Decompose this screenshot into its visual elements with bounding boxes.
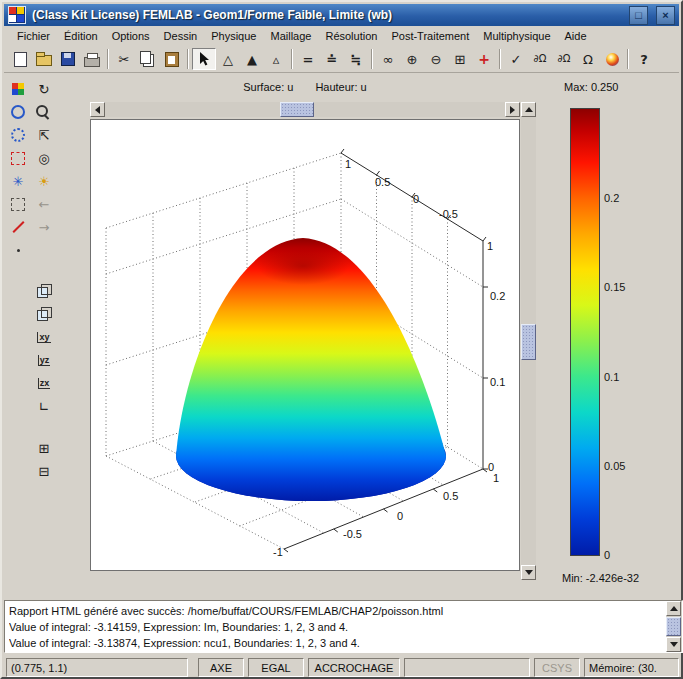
- mesh-refine-button[interactable]: ▲: [240, 48, 264, 70]
- status-axis-toggle[interactable]: AXE: [198, 658, 244, 677]
- line-tool-button[interactable]: [7, 216, 29, 238]
- paste-icon: [165, 52, 179, 67]
- down-arrow-icon: [670, 642, 678, 647]
- mesh-initialize-button[interactable]: △: [216, 48, 240, 70]
- view-3d-button[interactable]: [33, 280, 55, 302]
- selection-tool-button[interactable]: [7, 193, 29, 215]
- rectangle-tool-button[interactable]: [7, 147, 29, 169]
- view-xy-button[interactable]: xy: [33, 326, 55, 348]
- colorbar-tick: 0.1: [604, 371, 619, 383]
- rectangle-icon: [11, 152, 25, 165]
- view-3d-box-button[interactable]: [33, 303, 55, 325]
- log-line: Value of integral: -3.13874, Expression:…: [9, 635, 664, 651]
- point-star-tool-button[interactable]: ✳: [7, 170, 29, 192]
- message-log[interactable]: Rapport HTML généré avec succès: /home/b…: [4, 600, 683, 653]
- csys-label: CSYS: [542, 662, 572, 674]
- pan-rotate-button[interactable]: +: [472, 48, 496, 70]
- menu-aide[interactable]: Aide: [558, 28, 594, 44]
- dotted-ellipse-tool-button[interactable]: [7, 124, 29, 146]
- log-scroll-up-button[interactable]: [666, 601, 681, 616]
- cut-button[interactable]: ✂: [112, 48, 136, 70]
- scroll-up-button[interactable]: [521, 102, 536, 117]
- zoom-out-button[interactable]: ⊖: [424, 48, 448, 70]
- help-button[interactable]: ?: [632, 48, 656, 70]
- forward-arrow-icon: →: [39, 221, 50, 234]
- mesh-refine-icon: ▲: [247, 53, 257, 66]
- zoom-window-button[interactable]: ⊞: [448, 48, 472, 70]
- headlight-button[interactable]: ☀: [33, 170, 55, 192]
- log-scrollbar[interactable]: [666, 601, 682, 652]
- view-zx-button[interactable]: zx: [33, 372, 55, 394]
- save-button[interactable]: [56, 48, 80, 70]
- ellipse-tool-button[interactable]: [7, 101, 29, 123]
- draw-palette-button[interactable]: [7, 78, 29, 100]
- draw-check-button[interactable]: ✓: [504, 48, 528, 70]
- back-button[interactable]: ←: [33, 193, 55, 215]
- pde-mode-button[interactable]: ∂Ω: [552, 48, 576, 70]
- point-tool-button[interactable]: [7, 239, 29, 261]
- title-bar[interactable]: (Class Kit License) FEMLAB - Geom1/Forme…: [4, 4, 679, 26]
- menu-maillage[interactable]: Maillage: [263, 28, 318, 44]
- select-cursor-button[interactable]: [192, 48, 216, 70]
- view-yz-button[interactable]: yz: [33, 349, 55, 371]
- zoom-window-icon: ⊞: [455, 53, 466, 66]
- copy-button[interactable]: [136, 48, 160, 70]
- scroll-right-button[interactable]: [505, 102, 520, 117]
- menu-post-traitement[interactable]: Post-Traitement: [384, 28, 476, 44]
- subdomain-mode-button[interactable]: Ω: [576, 48, 600, 70]
- rotate-3d-button[interactable]: ↻: [33, 78, 55, 100]
- menu-fichier[interactable]: Fichier: [10, 28, 57, 44]
- print-button[interactable]: [80, 48, 104, 70]
- zoom-window-side-button[interactable]: ◎: [33, 147, 55, 169]
- maximize-button[interactable]: □: [629, 6, 648, 25]
- menu-edition[interactable]: Édition: [57, 28, 105, 44]
- status-equal-toggle[interactable]: EGAL: [248, 658, 304, 677]
- scroll-down-button[interactable]: [521, 565, 536, 580]
- forward-button[interactable]: →: [33, 216, 55, 238]
- x-tick: 0: [397, 510, 403, 522]
- zoom-in-icon: ⊕: [407, 53, 418, 66]
- horizontal-scroll-thumb[interactable]: [280, 102, 314, 117]
- postprocessing-button[interactable]: [600, 48, 624, 70]
- plot-canvas[interactable]: 1 0.5 0 -0.5 1 0.2 0.1 0 1 0.5 0 -0.5 -1: [90, 119, 520, 571]
- new-document-button[interactable]: [8, 48, 32, 70]
- paste-button[interactable]: [160, 48, 184, 70]
- view-axes-button[interactable]: ∟: [33, 395, 55, 417]
- solve-button[interactable]: =: [296, 48, 320, 70]
- zoom-in-button[interactable]: ⊕: [400, 48, 424, 70]
- close-button[interactable]: ×: [656, 6, 675, 25]
- status-csys-toggle[interactable]: CSYS: [534, 658, 580, 677]
- open-button[interactable]: [32, 48, 56, 70]
- menu-resolution[interactable]: Résolution: [318, 28, 384, 44]
- check-icon: ✓: [511, 53, 522, 66]
- colorbar-min-label: Min: -2.426e-32: [562, 572, 639, 584]
- boundary-mode-button[interactable]: ∂Ω: [528, 48, 552, 70]
- dotted-ellipse-icon: [11, 128, 25, 142]
- star-icon: ✳: [13, 175, 24, 188]
- x-tick: 1: [493, 472, 499, 484]
- menu-physique[interactable]: Physique: [204, 28, 263, 44]
- point-icon: [17, 249, 20, 252]
- view-option-2-button[interactable]: ⊟: [33, 460, 55, 482]
- mesh-mode-button[interactable]: ▵: [264, 48, 288, 70]
- plot-header: Surface: u Hauteur: u: [90, 81, 520, 93]
- menu-dessin[interactable]: Dessin: [157, 28, 205, 44]
- vertical-scrollbar[interactable]: [521, 102, 536, 580]
- scroll-left-button[interactable]: [90, 102, 105, 117]
- menu-options[interactable]: Options: [105, 28, 157, 44]
- log-scroll-down-button[interactable]: [666, 637, 681, 652]
- colorbar-tick: 0.2: [604, 192, 619, 204]
- log-scroll-thumb[interactable]: [666, 617, 681, 636]
- view-option-1-button[interactable]: ⊞: [33, 437, 55, 459]
- status-snap-toggle[interactable]: ACCROCHAGE: [308, 658, 400, 677]
- menu-multiphysique[interactable]: Multiphysique: [476, 28, 557, 44]
- solve-restart-button[interactable]: ≐: [320, 48, 344, 70]
- vertical-scroll-thumb[interactable]: [521, 324, 536, 360]
- horizontal-scrollbar[interactable]: [90, 102, 520, 117]
- zoom-extents-button[interactable]: ⇱: [33, 124, 55, 146]
- plot-parameters-button[interactable]: ∞: [376, 48, 400, 70]
- solve-update-button[interactable]: ≒: [344, 48, 368, 70]
- magnifier-icon: [36, 105, 48, 117]
- status-coordinates: (0.775, 1.1): [6, 658, 188, 677]
- zoom-button[interactable]: [33, 101, 55, 123]
